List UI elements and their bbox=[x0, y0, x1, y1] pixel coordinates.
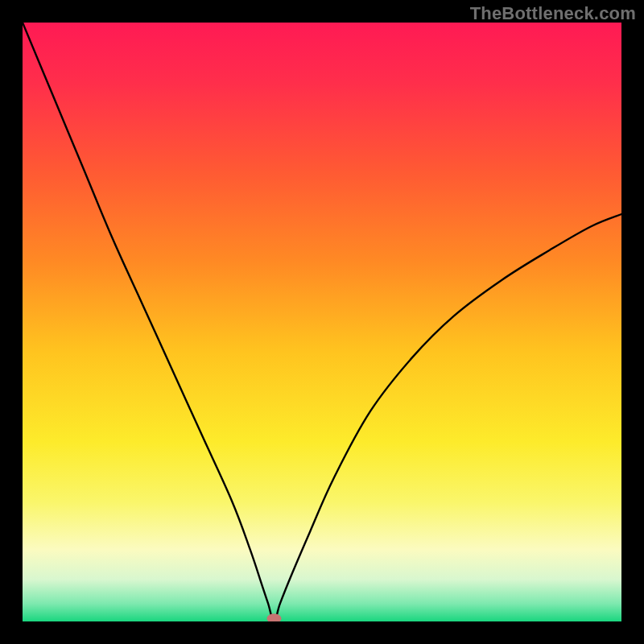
chart-frame: TheBottleneck.com bbox=[0, 0, 644, 644]
gradient-rect bbox=[23, 23, 621, 621]
plot-area bbox=[23, 23, 621, 621]
watermark-text: TheBottleneck.com bbox=[470, 3, 636, 24]
chart-svg bbox=[23, 23, 621, 621]
